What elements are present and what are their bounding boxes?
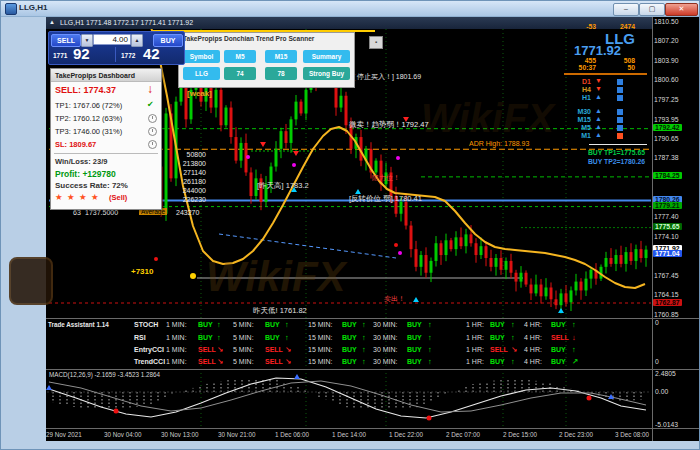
collapse-arrow-icon[interactable]: ▲ (49, 16, 55, 29)
macd-indicator-label: MACD(12,26,9) -2.1659 -3.4523 1.2864 (49, 371, 160, 378)
dashboard-row-label: TP2: 1760.12 (63%) (55, 114, 122, 123)
scanner-minimize-button[interactable]: ▪ (369, 36, 383, 49)
ta-signal-arrow-icon: ↑ (362, 345, 366, 354)
scanner-col-button[interactable]: M5 (224, 50, 256, 63)
status-square-icon (617, 109, 623, 115)
ta-signal-value: SELL (265, 346, 283, 353)
ta-signal-arrow-icon: ↘ (511, 345, 517, 354)
status-square-icon (617, 95, 623, 101)
volume-input[interactable]: 4.00 (93, 34, 131, 45)
check-icon: ✔ (147, 100, 154, 109)
ta-indicator-name: EntryCCI (134, 346, 164, 353)
dashboard-stat: Success Rate: 72% (55, 181, 128, 190)
chart-annotation: 微卖！趋势弱！1792.47 (349, 120, 429, 130)
price-tick: 1793.95 (654, 116, 679, 123)
scanner-col-button[interactable]: Symbol (183, 50, 220, 63)
dashboard-row-label: SL: 1809.67 (55, 140, 96, 149)
buy-tp1-label: BUY TP1=1775.65 (588, 149, 645, 156)
price-highlight: 1779.21 (653, 202, 682, 209)
close-button[interactable]: ✕ (665, 3, 698, 16)
ta-timeframe-label: 1 HR: (466, 334, 484, 341)
pane-separator[interactable] (46, 369, 699, 370)
scanner-value-button[interactable]: 74 (224, 67, 256, 80)
ta-timeframe-label: 5 MIN: (233, 321, 254, 328)
scanner-value-button[interactable]: LLG (183, 67, 220, 80)
takepropips-dashboard-panel: TakePropips Dashboard SELL: 1774.37 ↓ TP… (50, 68, 162, 210)
ta-signal-arrow-icon: ↑ (511, 320, 515, 329)
indicator-scale-label: 2.4805 (655, 370, 676, 377)
scanner-col-button[interactable]: Summary (303, 50, 350, 63)
price-tick: 1787.38 (654, 154, 679, 161)
scanner-col-button[interactable]: M15 (265, 50, 297, 63)
ta-signal-value: BUY (407, 321, 422, 328)
timeframe-label: M1 (567, 132, 591, 139)
buy-tp2-label: BUY TP2=1780.26 (588, 158, 645, 165)
price-highlight: 1762.87 (653, 299, 682, 306)
adr-value: 261180 (161, 178, 206, 185)
timeframe-label: D1 (567, 78, 591, 85)
info-value: 2474 (595, 23, 635, 30)
chart-annotation: 阻力位！ (372, 173, 400, 183)
price-tick: 1767.45 (654, 272, 679, 279)
volume-increase-button[interactable]: ▲ (131, 34, 143, 47)
price-tick: 1774.10 (654, 233, 679, 240)
status-square-icon (617, 133, 623, 139)
time-axis-label: 1 Dec 22:00 (389, 431, 423, 438)
ta-signal-arrow-icon: ↑ (572, 345, 576, 354)
ta-signal-value: BUY (407, 334, 422, 341)
adr-footer-price: 1737.5000 (85, 209, 118, 216)
price-highlight: 1784.25 (653, 172, 682, 179)
info-value: -53 (556, 23, 596, 30)
status-square-icon (617, 79, 623, 85)
ta-signal-value: BUY (551, 358, 566, 365)
tp-divider (589, 144, 647, 145)
dashboard-divider (54, 153, 158, 154)
workspace-background (1, 16, 46, 441)
minimize-button[interactable]: – (613, 3, 639, 16)
status-square-icon (617, 87, 623, 93)
indicator-scale-label: 0.00 (655, 388, 668, 395)
ta-indicator-name: RSI (134, 334, 146, 341)
ta-signal-value: BUY (490, 358, 505, 365)
application-window: LLG,H1 – ▢ ✕ ▲ LLG,H1 1771.48 1772.17 17… (0, 0, 700, 450)
scanner-value-button[interactable]: Strong Buy (303, 67, 350, 80)
ta-timeframe-label: 1 MIN: (166, 358, 187, 365)
ta-timeframe-label: 1 MIN: (166, 321, 187, 328)
ta-signal-arrow-icon: ↑ (285, 320, 289, 329)
ta-signal-value: SELL (551, 334, 569, 341)
time-axis-label: 1 Dec 14:00 (332, 431, 366, 438)
ta-signal-value: BUY (342, 334, 357, 341)
ta-signal-arrow-icon: ↑ (217, 320, 221, 329)
status-square-icon (617, 125, 623, 131)
donchian-scanner-panel: TakePropips Donchian Trend Pro Scanner S… (178, 32, 355, 88)
trend-arrow-icon: ▲ (595, 115, 602, 122)
pane-separator[interactable] (46, 318, 699, 319)
indicator-scale-label: 0 (655, 358, 659, 365)
trend-arrow-icon: ▲ (595, 93, 602, 100)
ta-signal-value: BUY (198, 334, 213, 341)
ta-signal-arrow-icon: ↑ (362, 333, 366, 342)
price-tick: 1777.40 (654, 213, 679, 220)
ta-timeframe-label: 15 MIN: (308, 321, 333, 328)
ta-signal-arrow-icon: ↘ (217, 345, 223, 354)
chart-annotation: ADR High: 1788.93 (469, 140, 529, 147)
adr-average-value: 243270 (176, 209, 199, 216)
chart-annotation: [weak] (187, 89, 212, 98)
ta-timeframe-label: 4 HR: (524, 321, 542, 328)
timeframe-label: M5 (567, 124, 591, 131)
info-price: 1771.92 (574, 43, 621, 58)
adr-value: 213800 (161, 160, 206, 167)
scanner-value-button[interactable]: 78 (265, 67, 297, 80)
maximize-button[interactable]: ▢ (639, 3, 665, 16)
one-click-trading-panel: SELL ▼ 4.00 ▲ BUY 1771 92 1772 42 (48, 31, 185, 65)
ta-signal-arrow-icon: ↗ (572, 357, 578, 366)
ta-signal-value: SELL (490, 346, 508, 353)
clock-icon (148, 127, 157, 136)
adr-footer: 63 (73, 209, 81, 216)
ta-timeframe-label: 5 MIN: (233, 346, 254, 353)
ta-timeframe-label: 30 MIN: (373, 358, 398, 365)
ta-signal-value: SELL (265, 358, 283, 365)
window-titlebar[interactable]: LLG,H1 (1, 1, 700, 17)
ta-timeframe-label: 15 MIN: (308, 346, 333, 353)
scanner-title: TakePropips Donchian Trend Pro Scanner (183, 35, 348, 42)
